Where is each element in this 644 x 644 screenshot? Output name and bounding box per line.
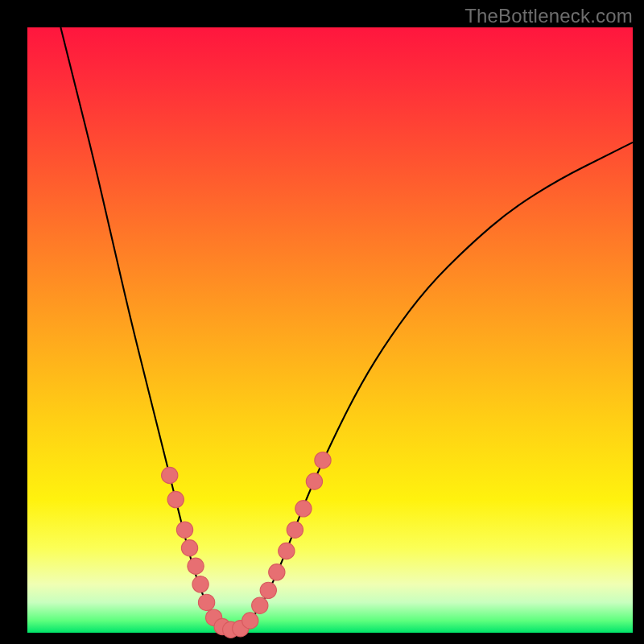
data-marker [162,467,178,483]
chart-frame: TheBottleneck.com [0,0,644,644]
data-marker [192,576,208,592]
data-marker [279,543,295,559]
data-marker [167,491,184,507]
data-marker [181,540,197,556]
data-marker [287,522,303,538]
data-marker [306,473,322,489]
data-marker [188,558,204,574]
data-marker [269,564,285,580]
plot-area [27,27,633,633]
bottleneck-curve [60,27,633,630]
data-marker [176,522,192,538]
data-marker [315,452,331,469]
data-marker [242,613,258,629]
chart-svg [27,27,633,633]
data-marker [252,597,268,613]
data-marker [295,501,312,517]
watermark-text: TheBottleneck.com [464,5,633,27]
data-marker [198,594,214,610]
data-marker [260,582,276,598]
data-markers [162,452,332,638]
